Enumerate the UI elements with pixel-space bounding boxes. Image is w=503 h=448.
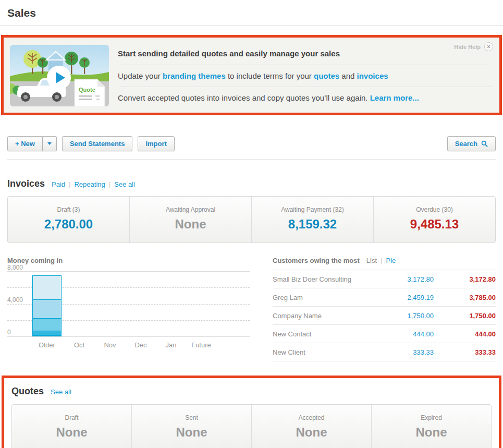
stat-label: Expired xyxy=(372,414,491,421)
customer-row[interactable]: Small Biz Doer Consulting 3,172.80 3,172… xyxy=(273,270,496,288)
pipe-separator: | xyxy=(381,257,382,264)
customer-overdue-amount[interactable]: 444.00 xyxy=(434,330,496,338)
invoices-link[interactable]: invoices xyxy=(357,71,388,80)
quotes-heading: Quotes xyxy=(11,386,44,397)
import-button[interactable]: Import xyxy=(138,136,174,151)
stat-quotes-draft[interactable]: Draft None xyxy=(12,405,131,448)
search-button-label: Search xyxy=(455,140,477,148)
hide-help-label[interactable]: Hide Help xyxy=(454,44,481,50)
customer-name: Company Name xyxy=(273,312,376,320)
stat-quotes-accepted[interactable]: Accepted None xyxy=(251,405,371,448)
customer-overdue-amount[interactable]: 3,172.80 xyxy=(434,275,496,283)
learn-more-link[interactable]: Learn more... xyxy=(370,93,419,102)
customer-overdue-amount[interactable]: 3,785.00 xyxy=(434,294,496,301)
customers-owing-block: Customers owing the most List|Pie Small … xyxy=(273,257,496,361)
y-axis-tick: 4,000 xyxy=(7,296,23,304)
line2-text: to include terms for your xyxy=(226,71,314,80)
quote-doc-label: Quote xyxy=(79,87,95,93)
stat-value: 9,485.13 xyxy=(374,217,495,232)
line2-text: and xyxy=(339,71,357,80)
dashboard-row: Money coming in 8,000 4,000 0 Older Oct … xyxy=(7,257,496,361)
help-banner-line-3: Convert accepted quotes into invoices an… xyxy=(118,87,493,104)
quotes-see-all-link[interactable]: See all xyxy=(51,388,71,396)
x-axis-tick: Nov xyxy=(93,341,127,349)
stat-draft[interactable]: Draft (3) 2,780.00 xyxy=(8,197,129,243)
quotes-link[interactable]: quotes xyxy=(314,71,339,80)
invoices-repeating-link[interactable]: Repeating xyxy=(74,180,105,188)
view-list-toggle[interactable]: List xyxy=(366,257,377,264)
x-axis-tick: Dec xyxy=(124,341,157,349)
new-button[interactable]: + New xyxy=(7,136,43,151)
new-dropdown-button[interactable] xyxy=(43,136,57,151)
toolbar-divider xyxy=(7,159,496,160)
invoices-section-head: Invoices Paid|Repeating|See all xyxy=(7,178,496,189)
page-title: Sales xyxy=(7,7,496,19)
gridline xyxy=(7,271,250,272)
stat-value: None xyxy=(130,217,251,232)
customer-due-amount[interactable]: 444.00 xyxy=(376,330,434,338)
close-icon[interactable]: × xyxy=(484,42,493,51)
line2-text: Update your xyxy=(118,71,163,80)
customer-due-amount[interactable]: 333.33 xyxy=(376,348,434,356)
y-axis-tick: 0 xyxy=(7,329,11,336)
stat-quotes-sent[interactable]: Sent None xyxy=(131,405,251,448)
customer-row[interactable]: New Client 333.33 333.33 xyxy=(273,343,496,361)
search-button[interactable]: Search xyxy=(447,136,496,151)
send-statements-button[interactable]: Send Statements xyxy=(62,136,132,151)
quote-document-icon: Quote xyxy=(75,79,105,106)
bar-segment-bucket-3 xyxy=(32,318,62,331)
stat-label: Accepted xyxy=(252,414,371,421)
customer-name: New Client xyxy=(273,348,376,356)
customer-overdue-amount[interactable]: 333.33 xyxy=(434,348,496,356)
x-axis-labels: Older Oct Nov Dec Jan Future xyxy=(7,341,250,350)
customers-head: Customers owing the most List|Pie xyxy=(273,257,496,270)
invoices-paid-link[interactable]: Paid xyxy=(52,180,65,188)
quotes-links: See all xyxy=(51,388,71,396)
stat-quotes-expired[interactable]: Expired None xyxy=(371,405,491,448)
stat-value: 8,159.32 xyxy=(252,217,373,232)
stacked-bar-older[interactable] xyxy=(32,276,62,336)
invoice-stats-panel: Draft (3) 2,780.00 Awaiting Approval Non… xyxy=(7,196,496,243)
quotes-section: Quotes See all Draft None Sent None Acce… xyxy=(4,378,499,448)
customer-due-amount[interactable]: 2,459.19 xyxy=(376,294,434,301)
gridline-baseline xyxy=(7,336,250,337)
customer-row[interactable]: Company Name 1,750.00 1,750.00 xyxy=(273,307,496,325)
stat-label: Sent xyxy=(132,414,251,421)
customer-overdue-amount[interactable]: 1,750.00 xyxy=(434,312,496,320)
invoices-links: Paid|Repeating|See all xyxy=(52,180,135,188)
stat-value: 2,780.00 xyxy=(8,217,129,232)
money-coming-in-chart: Money coming in 8,000 4,000 0 Older Oct … xyxy=(7,257,250,361)
stat-value: None xyxy=(372,425,491,440)
hide-help-control: Hide Help × xyxy=(454,42,493,51)
stat-value: None xyxy=(252,425,371,440)
stat-awaiting-approval[interactable]: Awaiting Approval None xyxy=(129,197,251,243)
customer-row[interactable]: New Contact 444.00 444.00 xyxy=(273,325,496,343)
invoices-see-all-link[interactable]: See all xyxy=(114,180,135,188)
x-axis-tick: Future xyxy=(185,341,218,349)
stat-value: None xyxy=(132,425,251,440)
customer-row[interactable]: Greg Lam 2,459.19 3,785.00 xyxy=(273,288,496,307)
help-banner-line-2: Update your branding themes to include t… xyxy=(118,65,493,87)
customer-name: Small Biz Doer Consulting xyxy=(273,275,376,283)
y-axis-tick: 8,000 xyxy=(7,264,23,271)
bar-segment-newest-bucket xyxy=(32,275,62,300)
customer-due-amount[interactable]: 3,172.80 xyxy=(376,275,434,283)
pipe-separator: | xyxy=(69,180,70,188)
customer-due-amount[interactable]: 1,750.00 xyxy=(376,312,434,320)
stat-overdue[interactable]: Overdue (30) 9,485.13 xyxy=(373,197,495,243)
help-banner: Hide Help × xyxy=(4,38,499,113)
stat-label: Draft xyxy=(12,414,131,421)
invoices-heading: Invoices xyxy=(7,178,45,189)
customers-heading: Customers owing the most xyxy=(273,257,360,264)
play-icon[interactable] xyxy=(47,66,71,90)
money-in-plot: 8,000 4,000 0 xyxy=(7,265,250,337)
help-banner-text: Start sending detailed quotes and easily… xyxy=(118,45,493,106)
branding-themes-link[interactable]: branding themes xyxy=(163,71,226,80)
stat-awaiting-payment[interactable]: Awaiting Payment (32) 8,159.32 xyxy=(251,197,373,243)
customer-name: New Contact xyxy=(273,330,376,338)
stat-value: None xyxy=(12,425,131,440)
video-thumbnail[interactable]: Quote xyxy=(10,45,109,106)
stat-label: Overdue (30) xyxy=(374,206,495,213)
help-banner-heading: Start sending detailed quotes and easily… xyxy=(118,46,493,65)
view-pie-toggle[interactable]: Pie xyxy=(386,257,396,264)
